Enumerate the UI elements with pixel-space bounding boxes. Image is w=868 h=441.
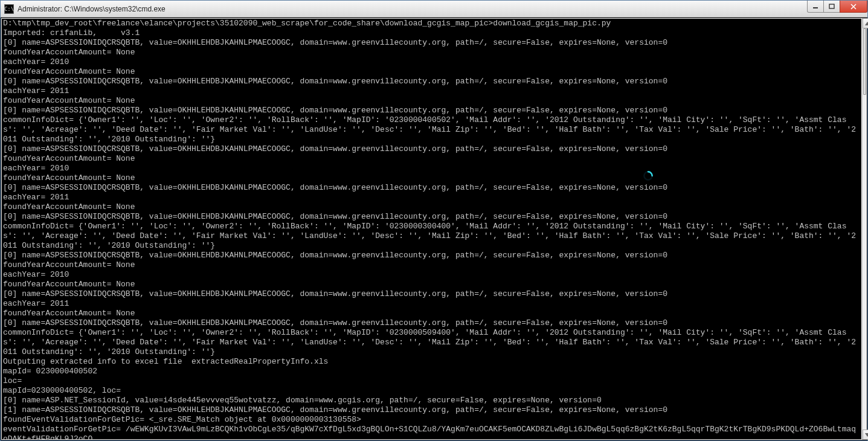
cmd-window: C:\ Administrator: C:\Windows\system32\c…	[0, 0, 868, 441]
terminal-area: D:\tmp\tmp_dev_root\freelance\elance\pro…	[1, 18, 867, 440]
vertical-scrollbar[interactable]	[862, 18, 867, 440]
scroll-thumb[interactable]	[863, 28, 866, 95]
close-button[interactable]	[840, 1, 867, 13]
window-controls	[808, 1, 867, 13]
svg-rect-1	[829, 4, 834, 8]
svg-rect-0	[813, 7, 818, 8]
window-title: Administrator: C:\Windows\system32\cmd.e…	[18, 5, 166, 13]
scroll-up-button[interactable]	[863, 18, 868, 28]
terminal-output[interactable]: D:\tmp\tmp_dev_root\freelance\elance\pro…	[1, 18, 862, 440]
cmd-icon: C:\	[4, 4, 14, 14]
scroll-down-button[interactable]	[863, 430, 868, 440]
busy-cursor-icon	[642, 170, 654, 182]
titlebar[interactable]: C:\ Administrator: C:\Windows\system32\c…	[1, 1, 867, 18]
minimize-button[interactable]	[807, 1, 824, 13]
scroll-track[interactable]	[863, 28, 867, 430]
maximize-button[interactable]	[823, 1, 840, 13]
